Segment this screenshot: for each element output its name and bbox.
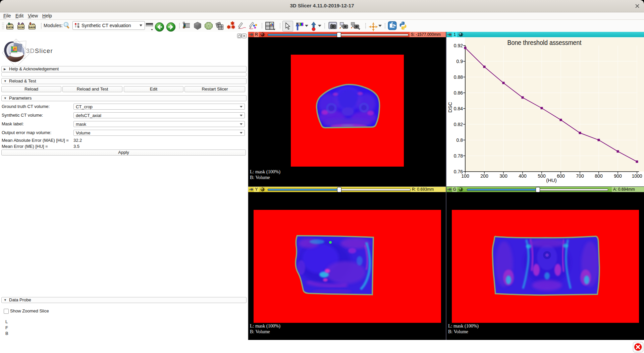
svg-text:900: 900 [614,173,622,179]
svg-text:DSC: DSC [447,102,453,113]
svg-text:Bone threshold assessment: Bone threshold assessment [507,39,582,46]
svg-text:(HU): (HU) [546,177,557,183]
svg-text:700: 700 [576,173,584,179]
svg-text:0.82: 0.82 [454,122,463,127]
svg-text:0.84: 0.84 [454,106,463,111]
svg-text:200: 200 [480,173,488,179]
svg-text:0.78: 0.78 [454,153,463,159]
svg-text:500: 500 [538,173,546,179]
svg-text:100: 100 [461,173,469,179]
svg-text:L: mask (100%): L: mask (100%) [448,323,479,329]
svg-text:L: mask (100%): L: mask (100%) [250,323,280,329]
svg-text:1000: 1000 [632,173,642,179]
svg-text:B: Volume: B: Volume [250,175,270,180]
svg-text:0.88: 0.88 [454,74,463,80]
svg-text:B: Volume: B: Volume [448,329,468,334]
svg-text:0.86: 0.86 [454,90,463,96]
svg-text:B: Volume: B: Volume [250,329,270,334]
svg-text:DCM: DCM [18,26,24,29]
svg-text:800: 800 [595,173,603,179]
svg-text:DATA: DATA [7,26,13,29]
svg-text:600: 600 [557,173,565,179]
svg-text:0.92: 0.92 [454,43,463,48]
svg-text:L: mask (100%): L: mask (100%) [250,169,280,175]
svg-text:0.9: 0.9 [457,59,463,64]
svg-text:0.8: 0.8 [457,137,463,143]
svg-text:SAVE: SAVE [29,26,35,29]
svg-text:300: 300 [499,173,507,179]
svg-text:400: 400 [519,173,527,179]
